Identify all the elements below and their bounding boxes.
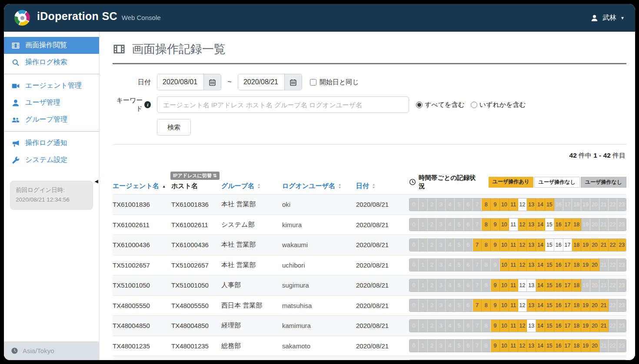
cell-host-name: TX48001235 [171,342,221,350]
sort-icon: ▲▼ [338,183,341,189]
sidebar-item-system-settings[interactable]: システム設定 [4,152,99,169]
date-to-input[interactable] [238,74,284,90]
sidebar-item-screen-operation-view[interactable]: 画面操作閲覧 [4,37,99,54]
hour-cell: 14 [536,340,545,352]
sidebar-item-group-management[interactable]: グループ管理 [4,111,99,128]
hour-cell: 6 [464,279,473,291]
column-header-group-name[interactable]: グループ名 ▲▼ [221,182,282,190]
sidebar-item-operation-log-search[interactable]: 操作ログ検索 [4,54,99,71]
table-row[interactable]: TX61001836 TX61001836 本社 営業部 oki 2020/08… [113,194,626,215]
hour-cell: 1 [419,279,428,291]
sidebar-item-label: 操作ログ検索 [25,58,67,67]
hour-cell: 21 [599,259,609,271]
same-as-start-checkbox[interactable] [310,79,316,86]
sidebar-item-label: エージェント管理 [25,81,82,90]
table-row[interactable]: TX48000023 TX48000023 システム部 ogawa 2020/0… [113,356,626,360]
sidebar-item-operation-log-notification[interactable]: 操作ログ通知 [4,135,99,152]
hour-cell: 11 [509,320,518,332]
table-row[interactable]: TX61000436 TX61000436 本社 営業部 wakaumi 202… [113,235,626,255]
hour-cell: 7 [473,218,482,231]
hour-cell: 6 [464,320,473,332]
hour-cell: 12 [518,279,527,291]
hour-cell: 6 [464,259,473,271]
hour-cell: 19 [581,299,590,311]
brand-name: iDoperation SC [37,10,117,23]
hour-cell: 6 [464,199,473,211]
hour-cell: 21 [599,320,609,332]
swap-arrows-icon: ⇅ [213,173,217,179]
table-row[interactable]: TX51001050 TX51001050 人事部 sugimura 2020/… [113,275,626,295]
hour-cell: 23 [617,239,626,251]
match-all-text: すべてを含む [425,101,465,109]
table-row[interactable]: TX48001235 TX48001235 総務部 sakamoto 2020/… [113,336,626,356]
match-all-radio[interactable] [416,102,423,108]
hour-cell: 6 [464,299,473,311]
hour-cell: 22 [609,299,618,311]
hour-cell: 8 [482,259,491,271]
date-from-input[interactable] [157,74,203,90]
search-button[interactable]: 検索 [157,119,191,136]
hour-cell: 1 [419,199,428,211]
hour-cell: 6 [464,340,473,352]
sidebar-item-label: システム設定 [25,156,68,165]
column-header-date[interactable]: 日付 ▲▼ [356,182,409,190]
same-as-start-checkbox-label[interactable]: 開始日と同じ [310,78,359,86]
last-login-label: 前回ログイン日時: [16,185,87,195]
hour-cell: 2 [428,320,437,332]
timezone-bar: Asia/Tokyo [4,341,99,360]
hour-cell: 8 [482,199,491,211]
hour-cell: 13 [527,299,536,311]
table-body: TX61001836 TX61001836 本社 営業部 oki 2020/08… [113,194,626,360]
hour-cell: 3 [436,239,446,251]
user-icon [590,14,599,22]
column-header-agent-name[interactable]: エージェント名 ▲ [113,182,171,190]
hour-cell: 18 [572,218,581,231]
sidebar-collapse-icon[interactable]: ◀ [95,179,98,184]
hour-cell: 17 [563,199,572,211]
hour-cell: 0 [409,199,419,211]
table-row[interactable]: TX48005550 TX48005550 西日本 営業部 matsuhisa … [113,295,626,316]
match-all-radio-label[interactable]: すべてを含む [416,101,465,109]
cell-group-name: 本社 営業部 [221,200,282,208]
hour-cell: 20 [590,299,599,311]
users-icon [11,116,20,124]
hour-cell: 14 [536,218,545,231]
keyword-input[interactable] [157,96,409,113]
sidebar-item-label: 画面操作閲覧 [25,41,67,50]
hour-cell: 11 [509,239,518,251]
hour-cell: 3 [436,299,446,311]
match-any-text: いずれかを含む [479,101,526,109]
user-menu[interactable]: 武林 ▼ [590,13,625,23]
hour-cell: 11 [509,279,518,291]
hour-cell: 15 [545,259,554,271]
cell-logon-user: uchibori [282,261,356,269]
sidebar-item-agent-management[interactable]: エージェント管理 [4,77,99,94]
column-header-host-name[interactable]: IPアドレスに切替 ⇅ ホスト名 [171,182,221,190]
info-icon[interactable]: i [144,101,151,108]
column-header-logon-user[interactable]: ログオンユーザ名 ▲▼ [282,182,356,190]
cell-logon-user: kimura [282,221,356,228]
table-row[interactable]: TX48004850 TX48004850 経理部 kamimura 2020/… [113,315,626,336]
hour-cell: 7 [473,199,482,211]
hour-cell: 1 [419,218,428,231]
sidebar-item-user-management[interactable]: ユーザ管理 [4,94,99,111]
hour-cell: 2 [428,239,437,251]
hour-cell: 18 [572,279,581,291]
cell-date: 2020/08/21 [356,261,409,269]
table-row[interactable]: TX61002611 TX61002611 システム部 kimura 2020/… [113,215,626,235]
hour-cell: 7 [473,239,482,251]
hour-cell: 10 [500,340,509,352]
date-from-calendar-button[interactable] [203,74,221,90]
ip-switch-badge[interactable]: IPアドレスに切替 ⇅ [170,172,220,180]
match-any-radio-label[interactable]: いずれかを含む [471,101,526,109]
table-row[interactable]: TX51002657 TX51002657 本社 営業部 uchibori 20… [113,255,626,275]
hour-cell: 5 [455,199,464,211]
date-to-calendar-button[interactable] [284,74,302,90]
cell-group-name: 本社 営業部 [221,241,282,249]
hour-cell: 18 [572,320,581,332]
calendar-icon [209,79,216,86]
count-total: 42 [569,152,577,159]
match-any-radio[interactable] [471,102,477,108]
hour-cell: 21 [599,218,609,231]
hour-cell: 21 [599,199,609,211]
